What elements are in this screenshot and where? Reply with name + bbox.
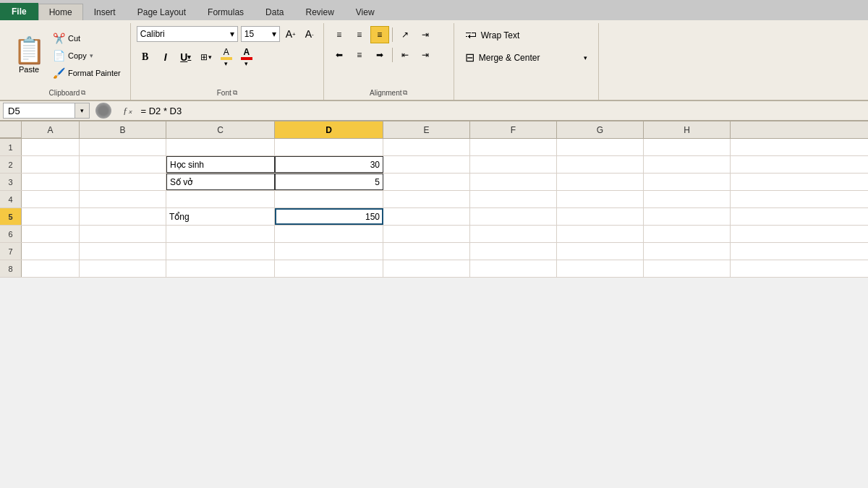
cell-f3[interactable]	[470, 174, 557, 190]
cell-g8[interactable]	[557, 260, 644, 277]
font-size-select[interactable]: 15 ▾	[241, 26, 280, 42]
row-num-8[interactable]: 8	[0, 260, 22, 277]
cell-g4[interactable]	[557, 191, 644, 207]
col-header-a[interactable]: A	[22, 121, 80, 138]
cell-h7[interactable]	[644, 243, 731, 260]
tab-home[interactable]: Home	[38, 4, 83, 20]
border-button[interactable]: ⊞ ▾	[197, 50, 215, 64]
row-num-6[interactable]: 6	[0, 226, 22, 242]
cell-b6[interactable]	[80, 226, 166, 242]
cell-h5[interactable]	[644, 208, 731, 225]
align-top-center-button[interactable]: ≡	[350, 26, 369, 43]
cell-f4[interactable]	[470, 191, 557, 207]
tab-page-layout[interactable]: Page Layout	[127, 4, 197, 20]
tab-file[interactable]: File	[0, 3, 38, 20]
row-num-3[interactable]: 3	[0, 174, 22, 190]
cell-a3[interactable]	[22, 174, 80, 190]
cell-g7[interactable]	[557, 243, 644, 260]
merge-center-button[interactable]: ⊟ Merge & Center ▾	[460, 48, 592, 67]
cell-g6[interactable]	[557, 226, 644, 242]
cell-e1[interactable]	[383, 139, 470, 155]
select-all-button[interactable]	[0, 121, 22, 138]
row-num-4[interactable]: 4	[0, 191, 22, 207]
paste-button[interactable]: 📋 Paste	[10, 23, 48, 87]
cell-reference-box[interactable]: D5	[3, 103, 75, 119]
cell-g3[interactable]	[557, 174, 644, 190]
formula-input[interactable]	[138, 103, 866, 119]
cell-c6[interactable]	[166, 226, 275, 242]
row-num-7[interactable]: 7	[0, 243, 22, 260]
cell-e7[interactable]	[383, 243, 470, 260]
cell-c5[interactable]: Tổng	[166, 208, 275, 225]
fill-color-button[interactable]: A ▾	[218, 45, 235, 69]
cell-b1[interactable]	[80, 139, 166, 155]
cell-f5[interactable]	[470, 208, 557, 225]
cell-e2[interactable]	[383, 156, 470, 173]
cell-b2[interactable]	[80, 156, 166, 173]
col-header-b[interactable]: B	[80, 121, 166, 138]
cell-g5[interactable]	[557, 208, 644, 225]
cell-e8[interactable]	[383, 260, 470, 277]
tab-data[interactable]: Data	[255, 4, 294, 20]
cell-h2[interactable]	[644, 156, 731, 173]
col-header-e[interactable]: E	[383, 121, 470, 138]
cell-f6[interactable]	[470, 226, 557, 242]
wrap-text-button[interactable]: ⮒ Wrap Text	[460, 26, 592, 45]
font-name-select[interactable]: Calibri ▾	[137, 26, 238, 42]
cell-c3[interactable]: Số vở	[166, 174, 275, 190]
italic-button[interactable]: I	[157, 48, 174, 66]
cell-b8[interactable]	[80, 260, 166, 277]
cell-d8[interactable]	[275, 260, 383, 277]
tab-formulas[interactable]: Formulas	[197, 4, 255, 20]
cell-h6[interactable]	[644, 226, 731, 242]
indent-button[interactable]: ⇥	[416, 26, 435, 43]
cell-c4[interactable]	[166, 191, 275, 207]
clipboard-corner-icon[interactable]: ⧉	[81, 89, 85, 97]
row-num-5[interactable]: 5	[0, 208, 22, 225]
cell-a5[interactable]	[22, 208, 80, 225]
row-num-2[interactable]: 2	[0, 156, 22, 173]
col-header-h[interactable]: H	[644, 121, 731, 138]
cell-h4[interactable]	[644, 191, 731, 207]
cell-c8[interactable]	[166, 260, 275, 277]
cell-a2[interactable]	[22, 156, 80, 173]
cell-e3[interactable]	[383, 174, 470, 190]
cell-d3[interactable]: 5	[275, 174, 383, 190]
tab-view[interactable]: View	[345, 4, 386, 20]
col-header-g[interactable]: G	[557, 121, 644, 138]
cell-d1[interactable]	[275, 139, 383, 155]
font-shrink-button[interactable]: A-	[302, 26, 318, 42]
cell-e6[interactable]	[383, 226, 470, 242]
underline-button[interactable]: U ▾	[177, 48, 195, 66]
cell-d6[interactable]	[275, 226, 383, 242]
format-painter-button[interactable]: 🖌️ Format Painter	[49, 65, 124, 81]
align-left-button[interactable]: ⬅	[330, 46, 349, 64]
cell-d5[interactable]: 150	[275, 208, 383, 225]
col-header-f[interactable]: F	[470, 121, 557, 138]
cell-h3[interactable]	[644, 174, 731, 190]
cell-c2[interactable]: Học sinh	[166, 156, 275, 173]
cell-e5[interactable]	[383, 208, 470, 225]
cell-a4[interactable]	[22, 191, 80, 207]
cell-a8[interactable]	[22, 260, 80, 277]
cell-ref-dropdown[interactable]: ▾	[75, 103, 90, 119]
cell-d7[interactable]	[275, 243, 383, 260]
alignment-corner-icon[interactable]: ⧉	[403, 89, 407, 97]
cell-g2[interactable]	[557, 156, 644, 173]
tab-review[interactable]: Review	[294, 4, 344, 20]
align-right-button[interactable]: ➡	[370, 46, 389, 64]
align-top-right-button[interactable]: ≡	[370, 26, 389, 43]
cell-a7[interactable]	[22, 243, 80, 260]
cell-b5[interactable]	[80, 208, 166, 225]
cell-f7[interactable]	[470, 243, 557, 260]
cell-g1[interactable]	[557, 139, 644, 155]
font-grow-button[interactable]: A+	[283, 26, 299, 42]
cell-c7[interactable]	[166, 243, 275, 260]
cell-b4[interactable]	[80, 191, 166, 207]
cell-d4[interactable]	[275, 191, 383, 207]
cell-h8[interactable]	[644, 260, 731, 277]
angle-text-button[interactable]: ↗	[396, 26, 414, 43]
cell-d2[interactable]: 30	[275, 156, 383, 173]
bold-button[interactable]: B	[137, 48, 154, 66]
cell-a6[interactable]	[22, 226, 80, 242]
